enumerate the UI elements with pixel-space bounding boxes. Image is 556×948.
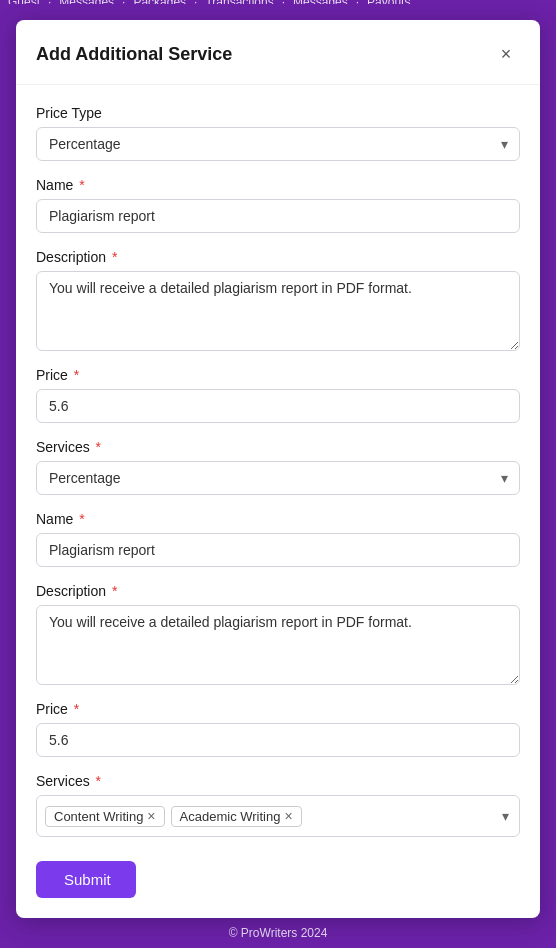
services-select-wrapper: Percentage Fixed [36,461,520,495]
footer-bar: © ProWriters 2024 [0,918,556,948]
description-group-1: Description * You will receive a detaile… [36,249,520,351]
close-button[interactable]: × [492,40,520,68]
services-tags-required: * [92,773,101,789]
service-tag-content-writing-remove[interactable]: × [147,809,155,823]
price-required-1: * [70,367,79,383]
services-tags-group: Services * Content Writing × Academic Wr… [36,773,520,837]
price-input-1[interactable] [36,389,520,423]
footer-text: © ProWriters 2024 [229,926,328,940]
price-type-select[interactable]: Percentage Fixed [36,127,520,161]
price-input-2[interactable] [36,723,520,757]
modal-footer: Submit [16,857,540,918]
name-label-2: Name * [36,511,520,527]
price-label-1: Price * [36,367,520,383]
name-group-2: Name * [36,511,520,567]
name-input-2[interactable] [36,533,520,567]
services-select[interactable]: Percentage Fixed [36,461,520,495]
description-label-2: Description * [36,583,520,599]
modal-overlay: Add Additional Service × Price Type Perc… [0,4,556,918]
description-group-2: Description * You will receive a detaile… [36,583,520,685]
service-tag-content-writing-label: Content Writing [54,809,143,824]
price-type-select-wrapper: Percentage Fixed [36,127,520,161]
description-required-1: * [108,249,117,265]
service-tag-academic-writing-label: Academic Writing [180,809,281,824]
price-required-2: * [70,701,79,717]
description-label-1: Description * [36,249,520,265]
services-select-label: Services * [36,439,520,455]
add-service-modal: Add Additional Service × Price Type Perc… [16,20,540,918]
description-textarea-1[interactable]: You will receive a detailed plagiarism r… [36,271,520,351]
name-label-1: Name * [36,177,520,193]
service-tag-academic-writing: Academic Writing × [171,806,302,827]
modal-title: Add Additional Service [36,44,232,65]
services-select-group: Services * Percentage Fixed [36,439,520,495]
price-group-2: Price * [36,701,520,757]
name-required-2: * [75,511,84,527]
services-tags-label: Services * [36,773,520,789]
description-textarea-2[interactable]: You will receive a detailed plagiarism r… [36,605,520,685]
close-icon: × [501,44,512,65]
price-type-label: Price Type [36,105,520,121]
name-group-1: Name * [36,177,520,233]
service-tag-academic-writing-remove[interactable]: × [284,809,292,823]
price-label-2: Price * [36,701,520,717]
name-required-1: * [75,177,84,193]
name-input-1[interactable] [36,199,520,233]
description-required-2: * [108,583,117,599]
submit-button[interactable]: Submit [36,861,136,898]
modal-header: Add Additional Service × [16,20,540,85]
price-type-group: Price Type Percentage Fixed [36,105,520,161]
services-required: * [92,439,101,455]
modal-body: Price Type Percentage Fixed Name * D [16,85,540,857]
price-group-1: Price * [36,367,520,423]
services-tags-field[interactable]: Content Writing × Academic Writing × ▾ [36,795,520,837]
services-dropdown-icon: ▾ [502,808,509,824]
service-tag-content-writing: Content Writing × [45,806,165,827]
